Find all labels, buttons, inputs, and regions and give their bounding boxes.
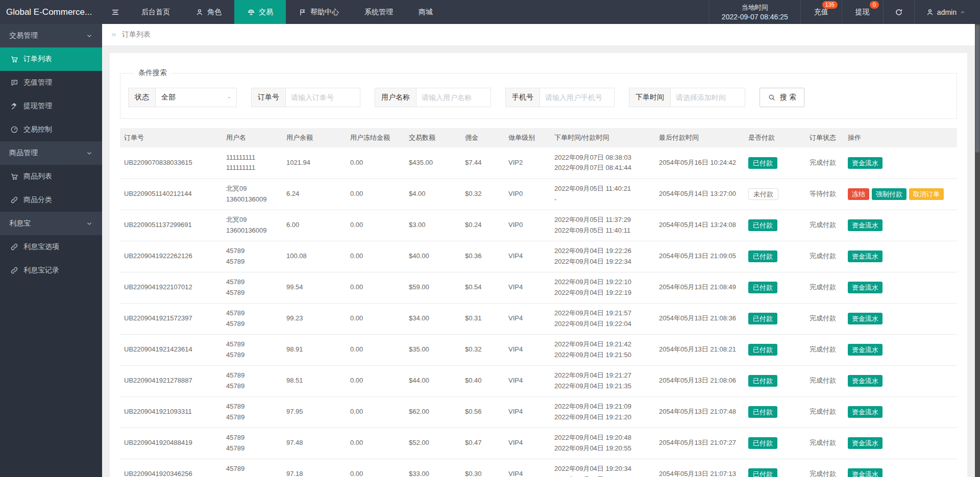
column-header: 订单状态 — [805, 128, 844, 147]
order-status-cell: 完成付款 — [805, 428, 844, 459]
balance-cell: 100.08 — [282, 241, 346, 272]
sidebar-group-interest-treasure[interactable]: 利息宝 — [0, 212, 102, 235]
payment-status-cell: 已付款 — [744, 459, 805, 477]
commission-cell: $0.40 — [461, 365, 504, 396]
frozen-amount-cell: 0.00 — [346, 365, 405, 396]
table-row: UB2209051140212144北冥09136001360096.240.0… — [120, 179, 957, 210]
balance-cell: 1021.94 — [282, 147, 346, 179]
funds-flow-button[interactable]: 资金流水 — [848, 282, 883, 293]
payment-status-badge: 已付款 — [748, 157, 777, 169]
funds-flow-button[interactable]: 资金流水 — [848, 468, 883, 477]
search-button-label: 搜 索 — [780, 93, 796, 102]
funds-flow-button[interactable]: 资金流水 — [848, 250, 883, 262]
trade-amount-cell: $435.00 — [405, 147, 461, 179]
order-no-filter: 订单号 — [251, 88, 360, 107]
funds-flow-button[interactable]: 资金流水 — [848, 313, 883, 324]
funds-flow-button[interactable]: 资金流水 — [848, 437, 883, 449]
nav-item-backend-home[interactable]: 后台首页 — [129, 0, 183, 24]
sidebar-item-recharge-management[interactable]: 充值管理 — [0, 71, 102, 94]
actions-cell: 资金流水 — [844, 147, 957, 179]
flag-icon — [299, 8, 307, 16]
trade-amount-cell: $35.00 — [405, 334, 461, 365]
payment-status-cell: 已付款 — [744, 241, 805, 272]
menu-toggle-button[interactable] — [102, 0, 129, 24]
payment-status-badge: 未付款 — [748, 188, 778, 200]
payment-status-cell: 未付款 — [744, 179, 805, 210]
user-name-cell: 4578945789 — [222, 303, 282, 334]
withdraw-link[interactable]: 提现 0 — [842, 0, 883, 24]
user-name-filter: 用户名称 — [375, 88, 491, 107]
order-no-input[interactable] — [285, 88, 360, 107]
nav-item-system-management[interactable]: 系统管理 — [352, 0, 406, 24]
commission-cell: $0.24 — [461, 210, 504, 241]
funds-flow-button[interactable]: 资金流水 — [848, 157, 883, 169]
frozen-amount-cell: 0.00 — [346, 396, 405, 428]
balance-cell: 97.95 — [282, 396, 346, 428]
nav-item-trade[interactable]: 交易 — [234, 0, 286, 24]
caret-down-icon — [226, 94, 232, 101]
frozen-amount-cell: 0.00 — [346, 272, 405, 303]
chevronDown-icon — [86, 149, 93, 157]
status-select[interactable]: 全部 — [155, 88, 237, 107]
frozen-amount-cell: 0.00 — [346, 303, 405, 334]
column-header: 操作 — [844, 128, 957, 147]
nav-item-help-center[interactable]: 帮助中心 — [286, 0, 352, 24]
phone-input[interactable] — [540, 88, 615, 107]
force-pay-button[interactable]: 强制付款 — [872, 188, 906, 200]
scrollbar-thumb[interactable] — [975, 25, 979, 153]
table-row: UB2209041920346256457894578997.180.00$33… — [120, 459, 957, 477]
sidebar-item-product-category[interactable]: 商品分类 — [0, 188, 102, 212]
recharge-link[interactable]: 充值 135 — [800, 0, 842, 24]
funds-flow-button[interactable]: 资金流水 — [848, 406, 883, 418]
search-button[interactable]: 搜 索 — [760, 88, 804, 107]
sidebar-group-trade-management[interactable]: 交易管理 — [0, 24, 102, 47]
admin-name: admin — [937, 8, 957, 16]
level-cell: VIP2 — [504, 147, 550, 179]
menu-icon — [111, 8, 120, 17]
sidebar-item-trade-control[interactable]: 交易控制 — [0, 118, 102, 141]
nav-item-roles[interactable]: 角色 — [183, 0, 234, 24]
funds-flow-button[interactable]: 资金流水 — [848, 375, 883, 387]
last-pay-time-cell: 2054年05月14日 13:27:00 — [655, 179, 744, 210]
level-cell: VIP4 — [504, 303, 550, 334]
withdraw-label: 提现 — [855, 8, 870, 17]
last-pay-time-cell: 2054年05月14日 13:24:08 — [655, 210, 744, 241]
chevronDown-icon — [86, 220, 93, 227]
funds-flow-button[interactable]: 资金流水 — [848, 219, 883, 231]
order-status-cell: 完成付款 — [805, 272, 844, 303]
table-row: UB22090419222621264578945789100.080.00$4… — [120, 241, 957, 272]
balance-cell: 99.54 — [282, 272, 346, 303]
cancel-order-button[interactable]: 取消订单 — [909, 188, 944, 200]
order-no-cell: UB2209041921423614 — [120, 334, 222, 365]
search-panel: 条件搜索 状态 全部 订单号用户名称手机号下单时间 搜 索 — [120, 68, 957, 119]
user-name-cell: 4578945789 — [222, 459, 282, 477]
refresh-button[interactable] — [883, 0, 914, 24]
sidebar-item-interest-records[interactable]: 利息宝记录 — [0, 259, 102, 282]
level-cell: VIP4 — [504, 334, 550, 365]
sidebar-item-order-list[interactable]: 订单列表 — [0, 47, 102, 71]
user-name-input[interactable] — [416, 88, 491, 107]
column-header: 做单级别 — [504, 128, 550, 147]
commission-cell: $0.32 — [461, 334, 504, 365]
sidebar-item-interest-options[interactable]: 利息宝选项 — [0, 235, 102, 259]
vertical-scrollbar[interactable] — [975, 24, 980, 477]
chevronDown-icon — [86, 32, 93, 39]
nav-item-mall[interactable]: 商城 — [406, 0, 446, 24]
actions-cell: 资金流水 — [844, 272, 957, 303]
order-status-cell: 完成付款 — [805, 334, 844, 365]
order-time-input[interactable] — [670, 88, 745, 107]
sidebar-item-product-list[interactable]: 商品列表 — [0, 165, 102, 188]
admin-menu[interactable]: admin — [914, 0, 980, 24]
order-no-cell: UB2209051140212144 — [120, 179, 222, 210]
freeze-button[interactable]: 冻结 — [848, 188, 869, 200]
user-name-cell: 111111111111111111 — [222, 147, 282, 179]
commission-cell: $0.47 — [461, 428, 504, 459]
user-name-cell: 北冥0913600136009 — [222, 210, 282, 241]
sidebar-item-label: 利息宝记录 — [23, 266, 59, 275]
sidebar-item-withdraw-management[interactable]: 提现管理 — [0, 94, 102, 118]
cart-icon — [10, 55, 18, 63]
table-header-row: 订单号用户名用户余额用户冻结金额交易数额佣金做单级别下单时间/付款时间最后付款时… — [120, 128, 957, 147]
last-pay-time-cell: 2054年05月13日 21:08:21 — [655, 334, 744, 365]
sidebar-group-product-management[interactable]: 商品管理 — [0, 141, 102, 165]
funds-flow-button[interactable]: 资金流水 — [848, 344, 883, 356]
